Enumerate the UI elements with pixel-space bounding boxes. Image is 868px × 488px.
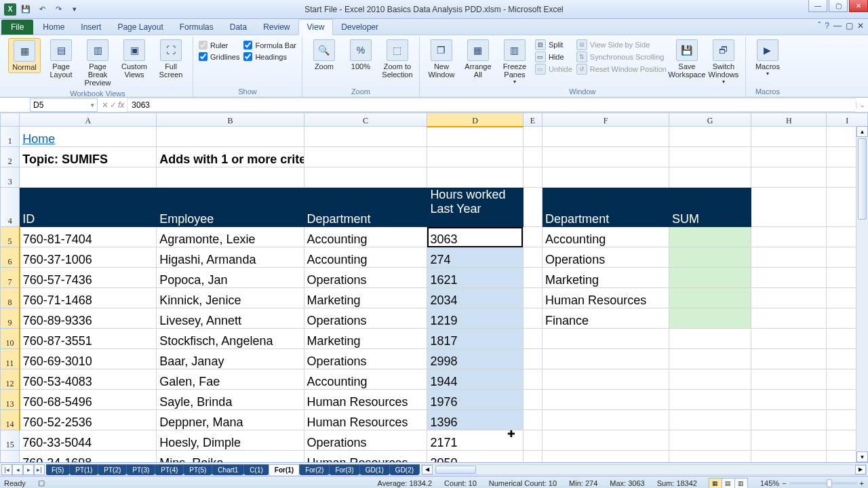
cell[interactable]: Higashi, Armanda [157, 247, 304, 268]
expand-formula-bar-icon[interactable]: ⌄ [856, 102, 868, 108]
cell[interactable]: Accounting [304, 227, 427, 247]
cell[interactable] [304, 147, 427, 167]
zoom-out-icon[interactable]: − [782, 479, 786, 487]
sheet-tab[interactable]: C(1) [243, 464, 269, 475]
cell[interactable]: Operations [304, 349, 427, 369]
tab-prev-icon[interactable]: ◂ [12, 464, 23, 475]
cell[interactable] [751, 430, 827, 451]
cell[interactable] [751, 167, 827, 188]
sheet-tab[interactable]: GD(2) [389, 464, 420, 475]
cell[interactable] [751, 329, 827, 349]
cell[interactable] [542, 451, 669, 463]
cell[interactable]: Human Resources [304, 390, 427, 410]
cell[interactable] [669, 451, 751, 463]
hscroll-thumb[interactable] [435, 466, 476, 474]
row-header[interactable]: 14 [1, 410, 20, 430]
cell[interactable] [523, 451, 542, 463]
col-header[interactable]: I [827, 113, 868, 127]
full-screen-button[interactable]: ⛶Full Screen [155, 38, 187, 80]
cell[interactable]: Human Resources [304, 410, 427, 430]
cell[interactable]: 274 [427, 247, 523, 268]
cell[interactable]: Sayle, Brinda [157, 390, 304, 410]
cell[interactable] [751, 127, 827, 147]
tab-page-layout[interactable]: Page Layout [109, 20, 171, 35]
horizontal-scrollbar[interactable]: ◀ ▶ [421, 464, 867, 475]
cell[interactable] [523, 147, 542, 167]
cell[interactable] [542, 410, 669, 430]
cell[interactable] [20, 167, 157, 188]
cell[interactable]: Department [542, 188, 669, 227]
cell[interactable]: Popoca, Jan [157, 268, 304, 288]
cell[interactable] [523, 430, 542, 451]
new-window-button[interactable]: ❐New Window [425, 38, 458, 80]
cell[interactable]: Marketing [304, 288, 427, 308]
sheet-tab[interactable]: PT(5) [183, 464, 212, 475]
save-icon[interactable]: 💾 [19, 3, 33, 16]
col-header[interactable]: E [523, 113, 542, 127]
col-header[interactable]: B [157, 113, 304, 127]
tab-view[interactable]: View [298, 19, 334, 35]
close-button[interactable]: ✕ [849, 0, 868, 12]
cell[interactable] [669, 268, 751, 288]
tab-insert[interactable]: Insert [73, 20, 109, 35]
col-header[interactable]: H [751, 113, 827, 127]
cell[interactable] [304, 127, 427, 147]
row-header[interactable]: 4 [1, 188, 20, 227]
excel-icon[interactable]: X [4, 3, 16, 16]
cell[interactable] [669, 167, 751, 188]
cell[interactable]: ID [20, 188, 157, 227]
cell[interactable] [751, 188, 827, 227]
cell[interactable]: Operations [542, 247, 669, 268]
sheet-tab[interactable]: PT(3) [126, 464, 155, 475]
page-break-button[interactable]: ▥Page Break Preview [81, 38, 114, 88]
cell[interactable]: Marketing [304, 329, 427, 349]
cell[interactable] [542, 127, 669, 147]
tab-review[interactable]: Review [255, 20, 298, 35]
tab-home[interactable]: Home [35, 20, 73, 35]
cell[interactable]: Hours worked Last Year [427, 188, 523, 227]
cell[interactable]: Operations [304, 308, 427, 329]
row-header[interactable]: 5 [1, 227, 20, 247]
macros-button[interactable]: ▶Macros▾ [751, 38, 784, 78]
cell[interactable] [669, 410, 751, 430]
cell[interactable] [523, 349, 542, 369]
cell[interactable]: Operations [304, 430, 427, 451]
undo-icon[interactable]: ↶ [35, 3, 49, 16]
cell[interactable] [751, 369, 827, 390]
cell[interactable] [751, 288, 827, 308]
cell[interactable] [523, 227, 542, 247]
cell[interactable]: 2171 [427, 430, 523, 451]
cell[interactable] [669, 147, 751, 167]
scroll-up-icon[interactable]: ▲ [856, 126, 868, 137]
gridlines-checkbox[interactable]: Gridlines [199, 52, 239, 61]
cell[interactable] [669, 127, 751, 147]
cell[interactable] [751, 268, 827, 288]
cell[interactable]: Mins, Rojko [157, 451, 304, 463]
cell[interactable]: 760-53-4083 [20, 369, 157, 390]
zoom-slider[interactable] [789, 482, 857, 485]
cell[interactable] [669, 390, 751, 410]
hide-button[interactable]: ▭Hide [535, 52, 572, 62]
cell[interactable]: Home [20, 127, 157, 147]
col-header[interactable]: F [542, 113, 669, 127]
cell[interactable]: 760-87-3551 [20, 329, 157, 349]
cell[interactable] [751, 410, 827, 430]
zoom-button[interactable]: 🔍Zoom [308, 38, 340, 72]
page-break-view-icon[interactable]: ▥ [734, 478, 748, 489]
cell[interactable]: Accounting [304, 369, 427, 390]
cell[interactable] [751, 247, 827, 268]
cell[interactable] [669, 329, 751, 349]
save-workspace-button[interactable]: 💾Save Workspace [671, 38, 703, 80]
sheet-tab[interactable]: PT(4) [155, 464, 184, 475]
cell[interactable]: Finance [542, 308, 669, 329]
row-header[interactable]: 16 [1, 451, 20, 463]
cell[interactable] [751, 390, 827, 410]
cell[interactable] [542, 430, 669, 451]
custom-views-button[interactable]: ▣Custom Views [118, 38, 151, 80]
cell[interactable]: Topic: SUMIFS [20, 147, 157, 167]
arrange-all-button[interactable]: ▦Arrange All [462, 38, 494, 80]
row-header[interactable]: 7 [1, 268, 20, 288]
cell[interactable] [523, 167, 542, 188]
cell[interactable] [542, 167, 669, 188]
cell[interactable] [669, 247, 751, 268]
